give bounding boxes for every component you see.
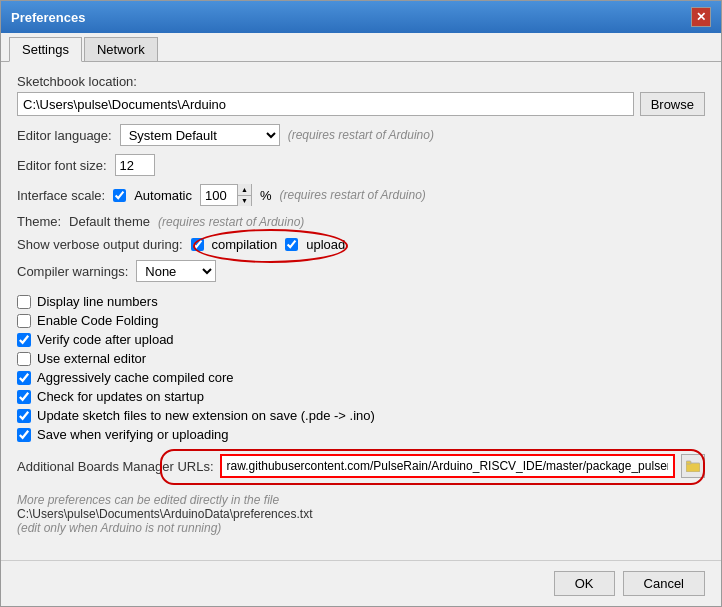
save-when-verifying-checkbox[interactable] [17,428,31,442]
sketchbook-section: Sketchbook location: Browse [17,74,705,116]
update-sketch-checkbox[interactable] [17,409,31,423]
checkbox-update-sketch: Update sketch files to new extension on … [17,408,705,423]
interface-scale-auto-checkbox[interactable] [113,189,126,202]
more-prefs-text: More preferences can be edited directly … [17,493,279,507]
checkbox-external-editor: Use external editor [17,351,705,366]
checkbox-check-updates: Check for updates on startup [17,389,705,404]
editor-language-hint: (requires restart of Arduino) [288,128,434,142]
theme-label: Theme: [17,214,61,229]
editor-font-row: Editor font size: [17,154,705,176]
tab-bar: Settings Network [1,33,721,62]
interface-scale-label: Interface scale: [17,188,105,203]
checkbox-aggressively-cache: Aggressively cache compiled core [17,370,705,385]
compiler-warnings-select[interactable]: None Default More All [136,260,216,282]
editor-font-input[interactable] [115,154,155,176]
boards-manager-folder-button[interactable] [681,454,705,478]
scale-down-button[interactable]: ▼ [237,196,251,207]
prefs-path: C:\Users\pulse\Documents\ArduinoData\pre… [17,507,705,521]
editor-language-label: Editor language: [17,128,112,143]
scale-spinner-buttons: ▲ ▼ [237,184,251,206]
check-updates-checkbox[interactable] [17,390,31,404]
scale-up-button[interactable]: ▲ [237,184,251,196]
dialog-title: Preferences [11,10,85,25]
verbose-compilation-checkbox[interactable] [191,238,204,251]
theme-value: Default theme [69,214,150,229]
editor-language-row: Editor language: System Default (require… [17,124,705,146]
checkbox-display-line-numbers: Display line numbers [17,294,705,309]
check-updates-label: Check for updates on startup [37,389,204,404]
verify-code-label: Verify code after upload [37,332,174,347]
external-editor-label: Use external editor [37,351,146,366]
verify-code-checkbox[interactable] [17,333,31,347]
interface-scale-row: Interface scale: Automatic ▲ ▼ % (requir… [17,184,705,206]
save-when-verifying-label: Save when verifying or uploading [37,427,229,442]
display-line-numbers-checkbox[interactable] [17,295,31,309]
sketchbook-row: Browse [17,92,705,116]
checkbox-save-when-verifying: Save when verifying or uploading [17,427,705,442]
enable-code-folding-label: Enable Code Folding [37,313,158,328]
more-prefs-section: More preferences can be edited directly … [17,492,705,535]
verbose-upload-checkbox[interactable] [285,238,298,251]
verbose-row: Show verbose output during: compilation … [17,237,705,252]
aggressively-cache-label: Aggressively cache compiled core [37,370,234,385]
verbose-compilation-label: compilation [212,237,278,252]
close-button[interactable]: ✕ [691,7,711,27]
verbose-label: Show verbose output during: [17,237,183,252]
enable-code-folding-checkbox[interactable] [17,314,31,328]
update-sketch-label: Update sketch files to new extension on … [37,408,375,423]
checkbox-verify-code: Verify code after upload [17,332,705,347]
display-line-numbers-label: Display line numbers [37,294,158,309]
interface-scale-input[interactable] [201,185,237,205]
interface-scale-spinner: ▲ ▼ [200,184,252,206]
boards-manager-input[interactable] [220,454,675,478]
boards-manager-label: Additional Boards Manager URLs: [17,459,214,474]
cancel-button[interactable]: Cancel [623,571,705,596]
boards-manager-row: Additional Boards Manager URLs: [17,454,705,478]
ok-button[interactable]: OK [554,571,615,596]
interface-scale-hint: (requires restart of Arduino) [280,188,426,202]
editor-font-label: Editor font size: [17,158,107,173]
aggressively-cache-checkbox[interactable] [17,371,31,385]
tab-settings[interactable]: Settings [9,37,82,62]
theme-hint: (requires restart of Arduino) [158,215,304,229]
svg-rect-1 [686,461,691,464]
compiler-warnings-row: Compiler warnings: None Default More All [17,260,705,282]
checkbox-enable-code-folding: Enable Code Folding [17,313,705,328]
prefs-note: (edit only when Arduino is not running) [17,521,705,535]
footer: OK Cancel [1,560,721,606]
interface-scale-unit: % [260,188,272,203]
title-bar: Preferences ✕ [1,1,721,33]
options-section: Display line numbers Enable Code Folding… [17,294,705,442]
editor-language-select[interactable]: System Default [120,124,280,146]
preferences-dialog: Preferences ✕ Settings Network Sketchboo… [0,0,722,607]
settings-content: Sketchbook location: Browse Editor langu… [1,62,721,560]
interface-scale-auto-label: Automatic [134,188,192,203]
external-editor-checkbox[interactable] [17,352,31,366]
tab-network[interactable]: Network [84,37,158,61]
theme-row: Theme: Default theme (requires restart o… [17,214,705,229]
browse-button[interactable]: Browse [640,92,705,116]
sketchbook-input[interactable] [17,92,634,116]
compiler-warnings-label: Compiler warnings: [17,264,128,279]
verbose-upload-label: upload [306,237,345,252]
sketchbook-label: Sketchbook location: [17,74,705,89]
